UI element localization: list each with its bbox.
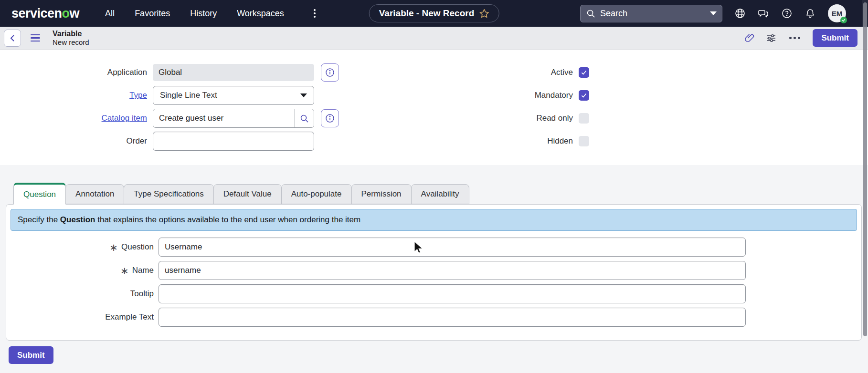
avatar-initials: EM — [832, 10, 843, 18]
presence-available-icon — [840, 17, 847, 23]
order-input[interactable] — [153, 132, 314, 151]
more-menus-icon[interactable] — [311, 6, 318, 21]
tab-section: Question Annotation Type Specifications … — [0, 165, 868, 364]
order-label: Order — [127, 136, 148, 146]
record-title-table: Variable — [53, 29, 89, 38]
context-pill[interactable]: Variable - New Record — [369, 4, 499, 22]
read-only-label: Read only — [536, 114, 579, 123]
info-banner: Specify the Question that explains the o… — [11, 209, 857, 231]
record-form: Application Global Active Type Single Li… — [0, 50, 868, 165]
application-info-icon[interactable] — [321, 63, 339, 82]
example-text-input[interactable] — [159, 308, 746, 327]
more-options-icon[interactable] — [787, 35, 802, 41]
logo-green-letter: o — [62, 6, 70, 21]
question-tab-panel: Specify the Question that explains the o… — [6, 204, 862, 341]
servicenow-logo[interactable]: servicenow — [11, 6, 79, 21]
tab-auto-populate[interactable]: Auto-populate — [281, 184, 352, 204]
hidden-checkbox[interactable] — [579, 136, 589, 146]
attachment-paperclip-icon[interactable] — [744, 33, 755, 43]
form-context-menu-icon[interactable] — [29, 32, 42, 44]
tab-question[interactable]: Question — [13, 183, 66, 205]
top-nav: All Favorites History Workspaces — [105, 9, 284, 19]
record-title-sub: New record — [53, 38, 89, 47]
question-label: ∗ Question — [109, 242, 154, 252]
user-avatar[interactable]: EM — [828, 4, 846, 22]
catalog-item-info-icon[interactable] — [321, 109, 339, 127]
catalog-item-input[interactable] — [153, 109, 295, 127]
example-text-label: Example Text — [105, 312, 154, 322]
type-label-link[interactable]: Type — [129, 91, 148, 100]
scrollbar-thumb[interactable] — [863, 2, 867, 336]
read-only-checkbox[interactable] — [579, 113, 589, 124]
personalize-form-sliders-icon[interactable] — [765, 32, 777, 44]
tab-type-specifications[interactable]: Type Specifications — [124, 184, 213, 204]
globe-icon[interactable] — [734, 8, 746, 19]
record-header-bar: Variable New record Submit — [0, 27, 868, 50]
connect-chat-icon[interactable] — [758, 8, 769, 19]
favorite-star-icon[interactable] — [479, 9, 489, 19]
hidden-label: Hidden — [547, 136, 579, 146]
tab-permission[interactable]: Permission — [351, 184, 412, 204]
search-icon — [586, 9, 595, 18]
application-label: Application — [107, 68, 148, 77]
active-label: Active — [551, 68, 579, 77]
catalog-item-label-link[interactable]: Catalog item — [102, 114, 148, 123]
type-select[interactable]: Single Line Text — [153, 86, 314, 105]
required-marker-icon: ∗ — [109, 242, 118, 252]
submit-button-bottom[interactable]: Submit — [9, 346, 53, 364]
nav-history[interactable]: History — [190, 9, 217, 19]
name-label: ∗ Name — [120, 266, 154, 276]
chevron-down-icon — [300, 93, 307, 97]
top-header: servicenow All Favorites History Workspa… — [0, 0, 868, 27]
global-search[interactable]: Search — [580, 5, 722, 22]
active-checkbox[interactable] — [579, 67, 589, 78]
type-selected-value: Single Line Text — [160, 91, 217, 100]
notifications-bell-icon[interactable] — [804, 8, 816, 19]
tooltip-label: Tooltip — [130, 289, 154, 299]
record-title: Variable New record — [53, 29, 89, 47]
question-input[interactable] — [159, 238, 746, 257]
tooltip-input[interactable] — [159, 284, 746, 303]
mandatory-label: Mandatory — [535, 91, 579, 100]
nav-favorites[interactable]: Favorites — [135, 9, 170, 19]
tab-default-value[interactable]: Default Value — [213, 184, 282, 204]
help-icon[interactable] — [781, 8, 793, 19]
tab-strip: Question Annotation Type Specifications … — [13, 183, 868, 204]
search-placeholder: Search — [600, 9, 627, 19]
back-button[interactable] — [4, 30, 21, 47]
tab-availability[interactable]: Availability — [411, 184, 469, 204]
mandatory-checkbox[interactable] — [579, 90, 589, 101]
submit-button-top[interactable]: Submit — [813, 29, 857, 47]
catalog-item-lookup-icon[interactable] — [295, 109, 314, 127]
context-pill-label: Variable - New Record — [379, 8, 475, 19]
name-input[interactable] — [159, 261, 746, 280]
search-scope-dropdown[interactable] — [704, 5, 722, 22]
nav-workspaces[interactable]: Workspaces — [237, 9, 284, 19]
tab-annotation[interactable]: Annotation — [65, 184, 124, 204]
nav-all[interactable]: All — [105, 9, 115, 19]
application-field: Global — [153, 64, 314, 81]
required-marker-icon: ∗ — [120, 266, 129, 276]
header-right-cluster: Search EM — [580, 4, 846, 22]
